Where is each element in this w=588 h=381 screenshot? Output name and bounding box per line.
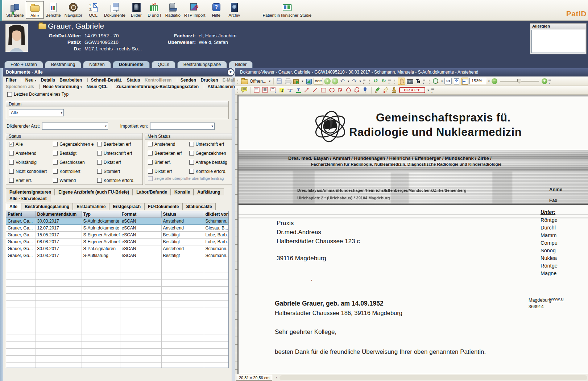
table-row-empty[interactable] (6, 321, 229, 328)
table-row-empty[interactable] (6, 349, 229, 356)
menu-item[interactable]: Schnell-Bestät. ▾ (87, 78, 124, 83)
toolbar-item-dokumente[interactable]: Dokumente (102, 1, 127, 18)
menu-item[interactable]: Kontrollieren ▾ (145, 78, 173, 83)
my-status-checkbox[interactable]: Anstehend (148, 142, 189, 147)
my-status-checkbox[interactable]: Diktat erf (148, 169, 189, 174)
menu-item[interactable]: Aktualisieren ▾ (203, 84, 235, 89)
main-tab[interactable]: QCLs (152, 61, 175, 68)
table-row-empty[interactable] (6, 280, 229, 287)
vertical-scrollbar[interactable] (235, 95, 237, 374)
status-checkbox[interactable]: Unterschrift erf (97, 151, 141, 156)
stamp-tool-icon[interactable] (391, 87, 398, 94)
zoom-in-button[interactable]: + (542, 78, 547, 84)
toolbar-item-klinische-studie[interactable]: Patient in klinischer Studie (261, 1, 313, 18)
status-checkbox[interactable]: Alle (9, 142, 53, 147)
menu-item[interactable]: Filter ▾ (6, 78, 18, 83)
print-icon[interactable] (284, 78, 291, 85)
menu-item[interactable]: E-Mail ▾ (223, 78, 235, 83)
arrow-annotation-icon[interactable] (303, 87, 310, 94)
toolbar-item-rtp-import[interactable]: RTP Import (182, 1, 207, 18)
table-row[interactable]: Grauer, Ga...15.05.2017S-Eigener Arztbri… (6, 232, 229, 239)
main-tab[interactable]: Foto + Daten (4, 61, 43, 68)
pencil-annotation-icon[interactable] (374, 87, 381, 94)
redo-icon[interactable]: ↷ (351, 78, 357, 84)
pushpin-icon[interactable] (362, 87, 369, 94)
date-filter-select[interactable]: Alle ▾ (9, 109, 64, 116)
zoom-level-input[interactable]: 153% (469, 78, 486, 84)
open-icon[interactable] (241, 78, 248, 84)
chevron-down-icon[interactable]: ▾ (441, 79, 443, 83)
dictating-doctor-select[interactable]: ▾ (42, 123, 108, 130)
toolbar-item-akte[interactable]: Akte (26, 1, 44, 19)
fit-width-icon[interactable] (461, 78, 468, 85)
checkbox-box[interactable] (148, 160, 153, 165)
comment-note-icon[interactable] (241, 87, 248, 94)
checkbox-box[interactable] (53, 169, 58, 174)
zoom-tool-icon[interactable] (432, 78, 439, 85)
menu-item[interactable]: Neue QCL ▾ (87, 84, 109, 89)
polyline-annotation-icon[interactable] (337, 87, 344, 94)
zoom-slider[interactable] (500, 78, 539, 84)
polygon-annotation-icon[interactable] (345, 87, 352, 94)
highlight-text-icon[interactable]: T (278, 87, 285, 94)
menu-item[interactable]: Details ▾ (41, 78, 57, 83)
toolbar-overflow-icon[interactable] (548, 78, 552, 84)
menu-item[interactable]: Senden ▾ (176, 78, 198, 83)
category-tab[interactable]: Alle (6, 203, 21, 210)
category-tab[interactable]: Erstaufnahme (73, 203, 109, 210)
category-tab[interactable]: Bestrahlungsplanung (21, 203, 73, 210)
checkbox-box[interactable] (9, 160, 14, 165)
category-tab[interactable]: Patientensignaturen (6, 189, 55, 195)
menu-item[interactable]: Bearbeiten ▾ (59, 78, 83, 83)
table-row-empty[interactable] (6, 307, 229, 314)
checkbox-box[interactable] (189, 160, 194, 165)
my-status-checkbox[interactable]: Brief erf. (148, 160, 189, 165)
chevron-down-icon[interactable]: ▾ (359, 79, 361, 83)
category-tab[interactable]: Eigene Arztbriefe (auch FU-Briefe) (55, 189, 133, 195)
text-block-icon[interactable] (262, 87, 269, 94)
status-checkbox[interactable]: Brief erf. (9, 178, 53, 183)
my-status-checkbox[interactable]: Gegenzeichnen (189, 151, 231, 156)
status-checkbox[interactable]: Kontrolle erford. (97, 178, 141, 183)
checkbox-box[interactable] (9, 151, 14, 156)
table-row-empty[interactable] (6, 363, 229, 368)
table-row[interactable]: Grauer, Ga...30.03.2017S-Aufklärung eSCA… (6, 252, 229, 259)
callout-note-icon[interactable] (270, 87, 277, 94)
main-tab[interactable]: Bestrahlung (45, 61, 82, 68)
table-row-empty[interactable] (6, 266, 229, 273)
chevron-down-icon[interactable]: ▾ (427, 88, 429, 92)
status-checkbox[interactable]: Anstehend (9, 151, 53, 156)
fit-page-icon[interactable] (453, 78, 460, 85)
table-row-empty[interactable] (6, 259, 229, 266)
menu-item[interactable]: Speichern als ▾ (6, 84, 35, 89)
toolbar-item-hilfe[interactable]: Hilfe (207, 1, 225, 18)
table-row-empty[interactable] (6, 294, 229, 301)
imported-by-select[interactable]: ▾ (150, 123, 215, 130)
toolbar-item-d-und-i[interactable]: D und I (145, 1, 163, 18)
checkbox-box[interactable] (97, 142, 102, 146)
snapshot-camera-icon[interactable] (406, 78, 413, 85)
checkbox-box[interactable] (189, 169, 194, 174)
checkbox-box[interactable] (53, 178, 58, 183)
toolbar-grip[interactable] (237, 87, 239, 93)
main-tab[interactable]: Notizen (83, 61, 111, 68)
toolbar-overflow-icon[interactable] (363, 78, 366, 84)
strikethrough-text-icon[interactable]: T (287, 87, 294, 94)
checkbox-box[interactable] (189, 151, 194, 156)
status-checkbox[interactable]: Storniert (97, 169, 141, 174)
table-row-empty[interactable] (6, 287, 229, 294)
table-row-empty[interactable] (6, 356, 229, 363)
toolbar-grip[interactable] (394, 78, 396, 84)
checkbox-box[interactable] (9, 142, 14, 146)
checkbox-box[interactable] (53, 160, 58, 165)
checkbox-box[interactable] (148, 151, 153, 156)
table-row-empty[interactable] (6, 273, 229, 280)
undo-icon[interactable]: ↶ (339, 78, 346, 84)
menu-item[interactable]: Zusammenführungs-Bestätigungsdaten ▾ (112, 84, 200, 89)
scroll-left-arrow[interactable]: ‹ (274, 375, 279, 381)
table-column-header[interactable]: diktiert von (204, 211, 229, 218)
rectangle-annotation-icon[interactable] (320, 87, 327, 94)
actual-size-icon[interactable]: 1:1 (444, 78, 452, 84)
show-overdue-checkbox[interactable]: zeige alle überprüfte überfällige Eintra… (148, 176, 224, 181)
status-checkbox[interactable]: Diktat erf (97, 160, 141, 165)
